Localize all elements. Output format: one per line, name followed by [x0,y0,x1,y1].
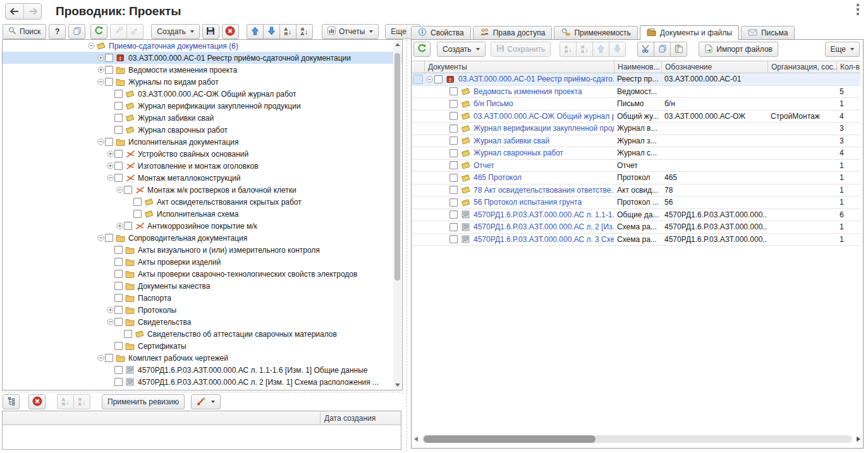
document-cell[interactable]: Отчет [424,160,614,172]
tab-properties[interactable]: Свойства [411,26,471,40]
forward-button[interactable] [23,4,41,19]
save-button[interactable] [202,24,219,39]
checkbox[interactable] [114,366,123,374]
document-link[interactable]: 4570РД1.6.Р.03.АЗТ.000.000.АС л. 3 Схе..… [474,235,614,244]
expand-icon[interactable] [106,150,114,157]
sort-desc-button[interactable]: ЯА↓ [296,24,313,39]
document-cell[interactable]: 465 Протокол [424,172,614,184]
tree-item[interactable]: Журналы по видам работ [3,76,402,88]
checkbox[interactable] [133,210,142,218]
checkbox[interactable] [133,198,142,206]
tree-item[interactable]: Акты проверки сварочно-технологических с… [3,268,402,280]
collapse-icon[interactable] [116,186,124,193]
tree-item[interactable]: Акты визуального и (или) измерительного … [3,244,402,256]
tree-item-label[interactable]: 4570РД1.6.Р.03.АЗТ.000.000.АС л. 2 [Изм.… [138,378,379,387]
column-header-select[interactable] [412,61,424,73]
checkbox[interactable] [105,354,113,362]
row-selector[interactable] [412,86,424,98]
collapse-icon[interactable] [97,138,105,145]
collapse-icon[interactable] [97,234,105,241]
tree-item[interactable]: Журнал забивки свай [3,112,402,124]
sort-desc-button-right[interactable]: ЯА↓ [576,42,593,57]
tree-item-label[interactable]: Паспорта [138,294,171,303]
checkbox[interactable] [434,75,443,83]
tree-item-label[interactable]: Антикоррозийное покрытие м/к [147,222,257,231]
tree-item-label[interactable]: Комплект рабочих чертежей [128,354,228,363]
checkbox[interactable] [105,54,113,62]
tree-item[interactable]: Акты проверки изделий [3,256,402,268]
table-row[interactable]: 465 ПротоколПротокол4651 [412,172,860,184]
expand-icon[interactable] [106,306,114,313]
expand-icon[interactable] [106,162,114,169]
collapse-node-button[interactable] [110,24,127,39]
checkbox[interactable] [114,150,123,158]
row-selector[interactable] [412,147,424,159]
checkbox[interactable] [114,282,123,290]
collapse-icon[interactable] [106,174,114,181]
scroll-left-icon[interactable] [414,437,418,442]
checkbox[interactable] [449,223,458,231]
move-up-button[interactable] [247,24,264,39]
tree-item-label[interactable]: Журнал забивки свай [138,114,214,123]
tree-item-label[interactable]: Сопроводительная документация [128,234,247,243]
document-cell[interactable]: 4570РД1.6.Р.03.АЗТ.000.000.АС л. 2 [Из..… [424,221,614,233]
document-link[interactable]: 03.АЗТ.000.000.АС-ОЖ Общий журнал р... [474,112,614,121]
tree-item[interactable]: Устройство свайных оснований [3,148,402,160]
sort-asc-button-right[interactable]: АЯ↓ [559,42,577,57]
save-button-right[interactable]: Сохранить [491,42,551,57]
document-link[interactable]: Ведомость изменения проекта [474,87,582,96]
tree-item-label[interactable]: Протоколы [138,306,176,315]
tree-item[interactable]: 4570РД1.6.Р.03.АЗТ.000.000.АС л. 1.1-1.6… [3,364,402,376]
panel-divider[interactable] [406,24,407,451]
row-selector[interactable] [412,111,424,123]
checkbox[interactable] [114,246,123,254]
document-cell[interactable]: 56 Протокол испытания грунта [424,196,614,208]
help-button[interactable]: ? [49,24,66,39]
column-header-name[interactable]: Наименов... [614,61,661,73]
tree-item[interactable]: Журнал верификации закупленной продукции [3,100,402,112]
checkbox[interactable] [449,186,458,194]
tree-item-label[interactable]: Акт освидетельствования скрытых работ [157,198,302,207]
collapse-icon[interactable] [97,354,105,361]
document-link[interactable]: Журнал верификации закупленной прод... [474,124,614,133]
tree-item-label[interactable]: 4570РД1.6.Р.03.АЗТ.000.000.АС л. 1.1-1.6… [138,366,368,375]
document-cell[interactable]: 03.АЗТ.000.000.АС-01 Реестр приёмо-сдато… [424,73,614,85]
scroll-down-icon[interactable] [395,384,400,387]
tree-item-label[interactable]: Изготовление и монтаж оголовков [138,162,259,171]
document-cell[interactable]: 4570РД1.6.Р.03.АЗТ.000.000.АС л. 3 Схе..… [424,234,614,246]
row-selector[interactable] [412,123,424,135]
tree-item[interactable]: Свидетельства [3,316,402,328]
column-header-creation-date[interactable]: Дата создания [320,411,401,425]
checkbox[interactable] [449,149,458,157]
tree-item[interactable]: Исполнительная схема [3,208,402,220]
tree-item-label[interactable]: Исполнительная схема [157,210,238,219]
refresh-button[interactable] [90,24,107,39]
row-selector[interactable] [412,160,424,172]
search-button[interactable]: Поиск [3,24,46,39]
tab-access-rights[interactable]: Права доступа [473,26,553,40]
row-selector[interactable] [412,73,424,85]
checkbox[interactable] [105,138,113,146]
checkbox[interactable] [105,234,113,242]
move-down-button[interactable] [263,24,280,39]
tree-item-label[interactable]: 03.АЗТ.000.000.АС-01 Реестр приёмо-сдато… [128,54,351,63]
document-cell[interactable]: Ведомость изменения проекта [424,86,614,98]
tab-letters[interactable]: Письма [741,26,795,40]
document-link[interactable]: б/н Письмо [474,99,513,108]
checkbox[interactable] [449,198,458,207]
document-cell[interactable]: 4570РД1.6.Р.03.АЗТ.000.000.АС л. 1.1-1..… [424,209,614,221]
document-link[interactable]: Отчет [474,161,494,170]
checkbox[interactable] [114,174,123,182]
checkbox[interactable] [449,235,458,243]
tree-item-label[interactable]: 03.АЗТ.000.000.АС-ОЖ Общий журнал работ [138,90,296,99]
checkbox[interactable] [114,342,123,350]
row-selector[interactable] [412,184,424,196]
document-link[interactable]: 03.АЗТ.000.000.АС-01 Реестр приёмо-сдато… [458,75,614,83]
checkbox[interactable] [114,102,123,110]
expand-icon[interactable] [97,54,105,61]
sort-asc-button-bottom[interactable]: АЯ↓ [57,394,74,409]
document-link[interactable]: Журнал забивки свай [474,136,549,145]
expand-icon[interactable] [97,66,105,73]
document-link[interactable]: 4570РД1.6.Р.03.АЗТ.000.000.АС л. 1.1-1..… [474,210,614,219]
checkbox[interactable] [114,114,123,122]
